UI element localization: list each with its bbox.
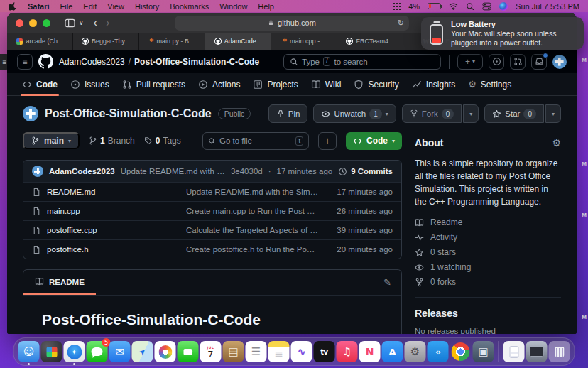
tab-code[interactable]: Code bbox=[16, 73, 64, 95]
repo-owner-avatar[interactable] bbox=[23, 106, 38, 121]
dock-icon-code-editor[interactable]: ‹› bbox=[428, 341, 449, 362]
menu-bar-clock[interactable]: Sun Jul 7 5:53 PM bbox=[516, 2, 579, 11]
commit-sha[interactable]: 3e4030d bbox=[231, 167, 263, 175]
about-forks-link[interactable]: 0 forks bbox=[415, 277, 561, 287]
commit-author-avatar[interactable] bbox=[32, 166, 43, 177]
menu-view[interactable]: View bbox=[107, 2, 124, 11]
code-button[interactable]: Code ▾ bbox=[346, 132, 402, 150]
hamburger-menu-button[interactable]: ≡ bbox=[17, 54, 33, 70]
forward-button[interactable]: › bbox=[106, 17, 109, 28]
file-row-readme[interactable]: README.md Update README.md with the Simu… bbox=[23, 182, 401, 201]
repo-title[interactable]: Post-Office-Simulation-C-Code bbox=[45, 107, 212, 120]
dock-icon-messages[interactable]: 5 bbox=[87, 341, 108, 362]
tab-pull-requests[interactable]: Pull requests bbox=[116, 73, 192, 95]
pin-button[interactable]: Pin bbox=[268, 104, 308, 123]
dock-icon-freeform[interactable]: ∿ bbox=[291, 341, 312, 362]
tab-security[interactable]: Security bbox=[347, 73, 405, 95]
dock-icon-launchpad[interactable] bbox=[41, 341, 62, 362]
siri-icon[interactable] bbox=[499, 2, 508, 11]
branch-selector[interactable]: main ▾ bbox=[23, 132, 80, 149]
add-file-button[interactable]: + bbox=[318, 132, 337, 150]
control-center-icon[interactable] bbox=[482, 2, 491, 11]
browser-tab-frcteam[interactable]: FRCTeam4... bbox=[337, 33, 403, 50]
dock-icon-calendar[interactable]: JUL7 bbox=[200, 341, 222, 362]
github-logo-icon[interactable] bbox=[38, 54, 53, 69]
global-search-input[interactable]: Type / to search bbox=[283, 54, 441, 70]
apps-grid-icon[interactable] bbox=[393, 2, 401, 10]
dock-icon-news[interactable]: N bbox=[359, 341, 381, 362]
dock-icon-reminders[interactable]: ☰ bbox=[246, 341, 267, 362]
dock-icon-utility[interactable]: ▣ bbox=[473, 341, 494, 362]
address-bar[interactable]: github.com ↻ bbox=[175, 16, 409, 31]
fork-dropdown-button[interactable]: ▾ bbox=[463, 104, 479, 123]
dock-icon-maps[interactable]: ➤ bbox=[132, 341, 153, 362]
edit-pencil-icon[interactable]: ✎ bbox=[383, 277, 391, 288]
star-dropdown-button[interactable]: ▾ bbox=[545, 104, 561, 123]
dock-icon-tv[interactable]: tv bbox=[314, 341, 335, 362]
sidebar-toggle-icon[interactable] bbox=[65, 18, 75, 28]
dock-icon-app-store[interactable]: A bbox=[382, 341, 403, 362]
issues-icon-button[interactable] bbox=[489, 54, 504, 70]
dock-icon-chrome[interactable] bbox=[450, 341, 472, 362]
inbox-button[interactable] bbox=[531, 54, 547, 70]
reload-icon[interactable]: ↻ bbox=[398, 18, 404, 28]
wifi-icon[interactable] bbox=[449, 2, 458, 10]
menu-file[interactable]: File bbox=[60, 2, 73, 11]
create-new-button[interactable]: +▾ bbox=[457, 54, 483, 70]
dock-icon-music[interactable]: ♫ bbox=[337, 341, 358, 362]
star-button[interactable]: Star 0 bbox=[484, 104, 544, 123]
readme-tab[interactable]: README bbox=[23, 270, 96, 295]
menu-app-name[interactable]: Safari bbox=[28, 2, 50, 11]
fork-button[interactable]: Fork 0 bbox=[402, 104, 462, 123]
pull-requests-icon-button[interactable] bbox=[510, 54, 526, 70]
dock-icon-mail[interactable]: ✉ bbox=[109, 341, 131, 362]
dock-icon-facetime[interactable] bbox=[178, 341, 199, 362]
menu-bookmarks[interactable]: Bookmarks bbox=[170, 2, 209, 11]
dock-icon-document[interactable] bbox=[503, 341, 525, 362]
user-avatar[interactable] bbox=[552, 55, 567, 69]
dock-icon-notes[interactable]: ≡ bbox=[268, 341, 290, 362]
back-button[interactable]: ‹ bbox=[94, 17, 97, 28]
window-zoom-button[interactable] bbox=[43, 19, 50, 27]
tab-settings[interactable]: ⚙ Settings bbox=[462, 73, 518, 95]
spotlight-search-icon[interactable] bbox=[466, 2, 474, 11]
dock-icon-system-settings[interactable]: ⚙ bbox=[405, 341, 426, 362]
about-stars-link[interactable]: 0 stars bbox=[415, 247, 561, 257]
dock-icon-window-preview[interactable] bbox=[526, 341, 548, 362]
low-battery-notification[interactable]: Low Battery Your Mac will sleep soon unl… bbox=[421, 17, 584, 50]
window-close-button[interactable] bbox=[16, 19, 23, 27]
browser-tab-main-cpp[interactable]: * main.cpp -... bbox=[271, 33, 337, 50]
about-watching-link[interactable]: 1 watching bbox=[415, 262, 561, 272]
dock-icon-safari[interactable]: ✦ bbox=[64, 341, 85, 362]
browser-tab-arcade[interactable]: arcade (Ch... bbox=[7, 33, 73, 50]
dock-icon-photos[interactable] bbox=[155, 341, 176, 362]
go-to-file-input[interactable]: t bbox=[202, 132, 309, 150]
tags-stat[interactable]: 0Tags bbox=[144, 136, 181, 146]
tab-insights[interactable]: Insights bbox=[405, 73, 462, 95]
tab-group-chevron-icon[interactable]: ∨ bbox=[79, 19, 84, 26]
browser-tab-main-py[interactable]: * main.py - B... bbox=[139, 33, 205, 50]
dock-icon-contacts[interactable]: ▤ bbox=[223, 341, 244, 362]
branches-stat[interactable]: 1Branch bbox=[89, 136, 135, 146]
tab-actions[interactable]: Actions bbox=[192, 73, 246, 95]
tab-issues[interactable]: Issues bbox=[64, 73, 116, 95]
tab-projects[interactable]: Projects bbox=[246, 73, 304, 95]
menu-edit[interactable]: Edit bbox=[83, 2, 97, 11]
apple-menu-icon[interactable] bbox=[9, 1, 17, 11]
breadcrumb-owner[interactable]: AdamCodes2023 bbox=[59, 57, 125, 67]
menu-window[interactable]: Window bbox=[219, 2, 247, 11]
file-row-main-cpp[interactable]: main.cpp Create main.cpp to Run the Post… bbox=[23, 201, 401, 220]
about-readme-link[interactable]: Readme bbox=[415, 217, 561, 227]
menu-history[interactable]: History bbox=[135, 2, 159, 11]
browser-tab-beggar-thy[interactable]: Beggar-Thy... bbox=[73, 33, 139, 50]
dock-icon-trash[interactable] bbox=[549, 341, 570, 362]
commit-message[interactable]: Update README.md with the Simulation Des… bbox=[121, 167, 225, 175]
menu-help[interactable]: Help bbox=[258, 2, 274, 11]
unwatch-button[interactable]: Unwatch 1 ▾ bbox=[313, 104, 396, 123]
file-row-postoffice-cpp[interactable]: postoffice.cpp Calculate the Targeted As… bbox=[23, 220, 401, 239]
about-activity-link[interactable]: Activity bbox=[415, 232, 561, 242]
tab-wiki[interactable]: Wiki bbox=[305, 73, 348, 95]
battery-icon[interactable] bbox=[428, 3, 441, 9]
dock-icon-finder[interactable]: ☺ bbox=[18, 341, 40, 362]
commit-count[interactable]: 9 Commits bbox=[338, 167, 393, 176]
